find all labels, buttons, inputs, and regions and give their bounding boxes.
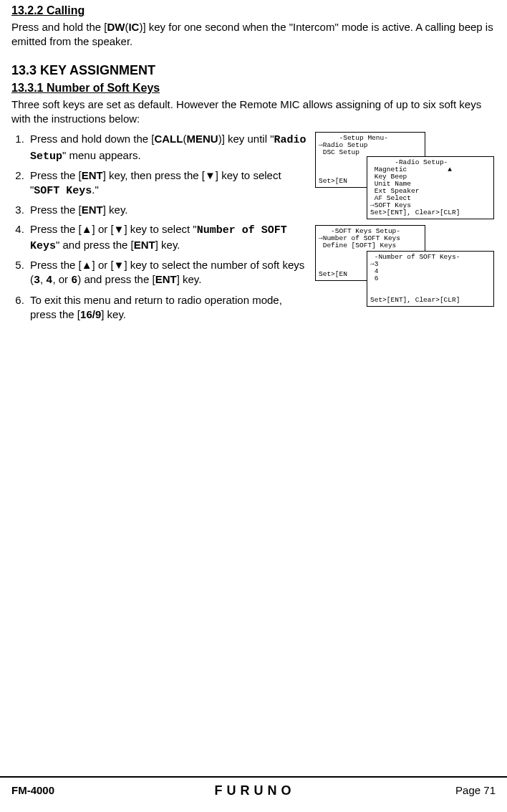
step-2: Press the [ENT] key, then press the [] k… [27,168,309,199]
key-ent: ENT [155,273,177,285]
text: ] or [ [92,223,114,235]
key-call: CALL [154,133,183,145]
text: Press and hold the [ [11,21,107,33]
step-4: Press the [] or [] key to select "Number… [27,222,309,254]
down-arrow-icon [205,169,216,181]
text: ] key until " [222,133,274,145]
heading-13-2-2: 13.2.2 Calling [11,3,496,19]
text: Press the [ [30,259,82,271]
text: ) and press the [ [77,273,155,285]
step-6: To exit this menu and return to radio op… [27,293,309,323]
key-ent: ENT [82,204,103,216]
page-number: Page 71 [455,783,496,798]
text: ] key to select " [124,223,196,235]
key-ic: IC [128,21,139,33]
text: ] key. [177,273,202,285]
down-arrow-icon [114,223,125,235]
brand-logo: FURUNO [215,782,296,799]
key-dw: DW [107,21,125,33]
text: Press the [ [30,204,82,216]
option-3: 3 [34,274,40,287]
text: ." [92,183,99,196]
text: ] key, then press the [ [103,169,205,181]
key-ent: ENT [134,239,155,251]
para-13-2-2: Press and hold the [DW(IC)] key for one … [11,20,496,49]
steps-list: Press and hold down the [CALL(MENU)] key… [11,132,309,326]
text: ] key. [155,239,180,251]
key-16-9: 16/9 [80,308,101,320]
text: , or [52,273,71,285]
text: ] key. [103,204,128,216]
up-arrow-icon [82,223,92,235]
heading-13-3-1: 13.3.1 Number of Soft Keys [11,80,496,96]
lcd-number-of-soft-keys: -Number of SOFT Keys- →3 4 6 Set>[ENT], … [367,251,494,307]
menu-soft-keys: SOFT Keys [34,185,92,197]
para-13-3-1-intro: Three soft keys are set as default. Howe… [11,97,496,127]
lcd-radio-setup: -Radio Setup- Magnetic ▲ Key Beep Unit N… [367,156,494,219]
down-arrow-icon [114,259,125,271]
text: Press the [ [30,169,82,181]
step-5: Press the [] or [] key to select the num… [27,258,309,289]
text: To exit this menu and return to radio op… [30,294,282,320]
text: ] or [ [92,259,114,271]
key-ent: ENT [82,169,103,181]
option-6: 6 [71,274,77,287]
text: " menu appears. [62,149,141,161]
text: Press the [ [30,223,82,235]
key-menu: MENU [186,133,218,145]
step-1: Press and hold down the [CALL(MENU)] key… [27,132,309,164]
text: ] key. [101,308,126,320]
heading-13-3: 13.3 KEY ASSIGNMENT [11,62,496,79]
lcd-screenshots: -Setup Menu- →Radio Setup DSC Setup Set>… [315,132,496,318]
up-arrow-icon [82,259,92,271]
step-3: Press the [ENT] key. [27,203,309,217]
text: " and press the [ [56,239,134,251]
model-label: FM-4000 [11,783,54,798]
page-footer: FM-4000 FURUNO Page 71 [0,776,507,799]
text: Press and hold down the [ [30,133,154,145]
